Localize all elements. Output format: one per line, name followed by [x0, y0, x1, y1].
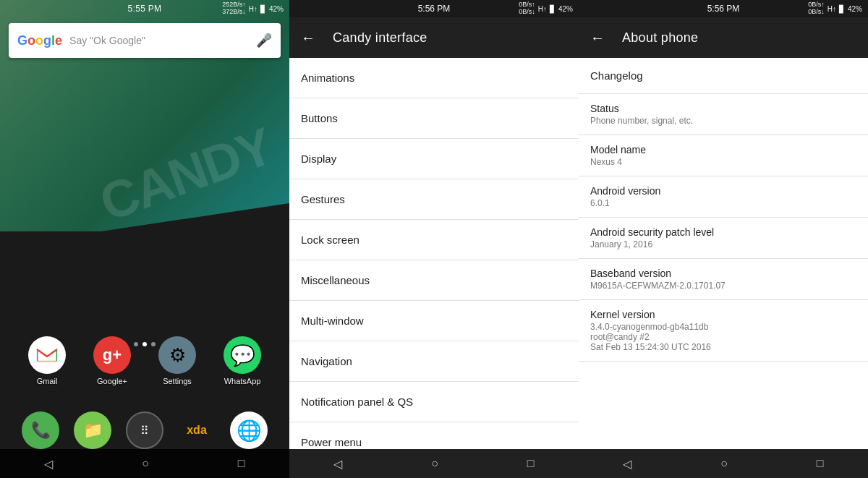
google-logo: Google: [17, 33, 62, 48]
settings-item-misc-label: Miscellaneous: [301, 274, 370, 286]
about-recents-nav[interactable]: □: [817, 457, 824, 470]
googleplus-label: Google+: [97, 377, 127, 385]
settings-panel: 5:56 PM 0B/s↑0B/s↓ H↑ ▊ 42% ← Candy inte…: [289, 0, 579, 478]
about-nav-bar: ◁ ○ □: [579, 449, 868, 478]
settings-item-navigation[interactable]: Navigation: [289, 341, 579, 382]
settings-item-powermenu-label: Power menu: [301, 436, 362, 448]
s-data-icon: 0B/s↑0B/s↓: [519, 1, 535, 16]
dock-phone[interactable]: 📞: [22, 411, 59, 449]
a-network-icon: H↑: [827, 5, 836, 13]
whatsapp-label: WhatsApp: [224, 377, 261, 385]
svg-rect-3: [37, 361, 57, 362]
about-status-subtitle: Phone number, signal, etc.: [590, 116, 856, 126]
about-title: About phone: [622, 30, 698, 46]
dock-apps[interactable]: ⠿: [126, 411, 163, 449]
app-dock: 📞 📁 ⠿ xda 🌐: [0, 411, 289, 449]
about-kernel-subtitle: 3.4.0-cyanogenmod-gb4a11db root@candy #2…: [590, 322, 856, 352]
settings-item-misc[interactable]: Miscellaneous: [289, 260, 579, 301]
dot-3: [151, 342, 156, 346]
settings-item-animations[interactable]: Animations: [289, 58, 579, 98]
about-patch-title: Android security patch level: [590, 226, 856, 238]
mic-icon[interactable]: 🎤: [256, 33, 272, 48]
s-network-icon: H↑: [538, 5, 547, 13]
home-screen: CANDY 5:55 PM 252B/s↑372B/s↓ H↑ ▊ 42% Go…: [0, 0, 289, 478]
settings-item-multiwindow-label: Multi-window: [301, 315, 364, 327]
about-baseband-title: Baseband version: [590, 268, 856, 279]
about-time: 5:56 PM: [707, 4, 740, 14]
settings-back-nav[interactable]: ◁: [333, 457, 342, 471]
home-nav-bar: ◁ ○ □: [0, 449, 289, 478]
about-list: Changelog Status Phone number, signal, e…: [579, 58, 868, 449]
settings-item-gestures-label: Gestures: [301, 193, 345, 205]
settings-home-nav[interactable]: ○: [431, 457, 438, 470]
about-status-title: Status: [590, 103, 856, 114]
about-status-icons: 0B/s↑0B/s↓ H↑ ▊ 42%: [808, 1, 862, 16]
settings-item-notification[interactable]: Notification panel & QS: [289, 382, 579, 422]
about-item-baseband[interactable]: Baseband version M9615A-CEFWMAZM-2.0.170…: [579, 259, 868, 300]
settings-back-button[interactable]: ←: [301, 30, 315, 46]
settings-item-display-label: Display: [301, 153, 336, 165]
home-status-icons: 252B/s↑372B/s↓ H↑ ▊ 42%: [222, 1, 284, 16]
about-android-version-title: Android version: [590, 185, 856, 197]
about-model-title: Model name: [590, 144, 856, 155]
settings-header: ← Candy interface: [289, 17, 579, 58]
dock-chrome[interactable]: 🌐: [230, 411, 268, 449]
home-status-bar: 5:55 PM 252B/s↑372B/s↓ H↑ ▊ 42%: [0, 0, 289, 17]
about-changelog-title: Changelog: [590, 69, 856, 82]
dock-xda[interactable]: xda: [178, 411, 216, 449]
settings-recents-nav[interactable]: □: [527, 457, 535, 470]
settings-item-display[interactable]: Display: [289, 139, 579, 179]
google-search-bar[interactable]: Google Say "Ok Google" 🎤: [9, 23, 281, 58]
battery-text: 42%: [269, 5, 284, 13]
settings-item-gestures[interactable]: Gestures: [289, 179, 579, 220]
settings-list: Animations Buttons Display Gestures Lock…: [289, 58, 579, 449]
about-baseband-subtitle: M9615A-CEFWMAZM-2.0.1701.07: [590, 281, 856, 291]
about-back-button[interactable]: ←: [590, 30, 605, 46]
home-time: 5:55 PM: [128, 4, 162, 14]
settings-item-multiwindow[interactable]: Multi-window: [289, 301, 579, 341]
dot-1: [134, 342, 138, 346]
s-battery: 42%: [558, 5, 573, 13]
svg-rect-2: [56, 349, 58, 361]
network-icon: H↑: [249, 5, 258, 13]
signal-icon: ▊: [260, 5, 266, 13]
about-status-bar: 5:56 PM 0B/s↑0B/s↓ H↑ ▊ 42%: [579, 0, 868, 17]
about-item-changelog[interactable]: Changelog: [579, 58, 868, 94]
a-data-icon: 0B/s↑0B/s↓: [808, 1, 825, 16]
settings-item-notification-label: Notification panel & QS: [301, 396, 413, 408]
about-back-nav[interactable]: ◁: [623, 457, 631, 471]
about-kernel-title: Kernel version: [590, 309, 856, 320]
dock-files[interactable]: 📁: [74, 411, 111, 449]
settings-title: Candy interface: [333, 30, 427, 46]
settings-label: Settings: [163, 377, 192, 385]
settings-item-buttons[interactable]: Buttons: [289, 98, 579, 139]
about-item-model[interactable]: Model name Nexus 4: [579, 135, 868, 176]
settings-status-icons: 0B/s↑0B/s↓ H↑ ▊ 42%: [519, 1, 573, 16]
settings-item-powermenu[interactable]: Power menu: [289, 422, 579, 449]
a-battery: 42%: [848, 5, 862, 13]
settings-status-bar: 5:56 PM 0B/s↑0B/s↓ H↑ ▊ 42%: [289, 0, 579, 17]
recents-button[interactable]: □: [238, 457, 245, 470]
about-item-kernel[interactable]: Kernel version 3.4.0-cyanogenmod-gb4a11d…: [579, 300, 868, 362]
about-android-version-subtitle: 6.0.1: [590, 198, 856, 208]
dot-2: [142, 342, 147, 346]
svg-rect-1: [37, 349, 38, 361]
settings-item-lockscreen[interactable]: Lock screen: [289, 220, 579, 260]
about-home-nav[interactable]: ○: [720, 457, 728, 470]
gmail-label: Gmail: [37, 377, 58, 385]
about-patch-subtitle: January 1, 2016: [590, 239, 856, 249]
settings-item-buttons-label: Buttons: [301, 112, 338, 124]
about-item-status[interactable]: Status Phone number, signal, etc.: [579, 94, 868, 135]
data-icon: 252B/s↑372B/s↓: [222, 1, 246, 16]
settings-nav-bar: ◁ ○ □: [289, 449, 579, 478]
settings-item-animations-label: Animations: [301, 72, 354, 84]
about-model-subtitle: Nexus 4: [590, 157, 856, 167]
search-placeholder: Say "Ok Google": [69, 35, 256, 46]
about-item-patch-level[interactable]: Android security patch level January 1, …: [579, 218, 868, 259]
s-signal-icon: ▊: [550, 5, 556, 13]
about-item-android-version[interactable]: Android version 6.0.1: [579, 176, 868, 218]
settings-item-lockscreen-label: Lock screen: [301, 234, 359, 246]
page-indicator: [0, 342, 289, 346]
home-button[interactable]: ○: [142, 457, 149, 470]
back-button[interactable]: ◁: [44, 457, 53, 471]
